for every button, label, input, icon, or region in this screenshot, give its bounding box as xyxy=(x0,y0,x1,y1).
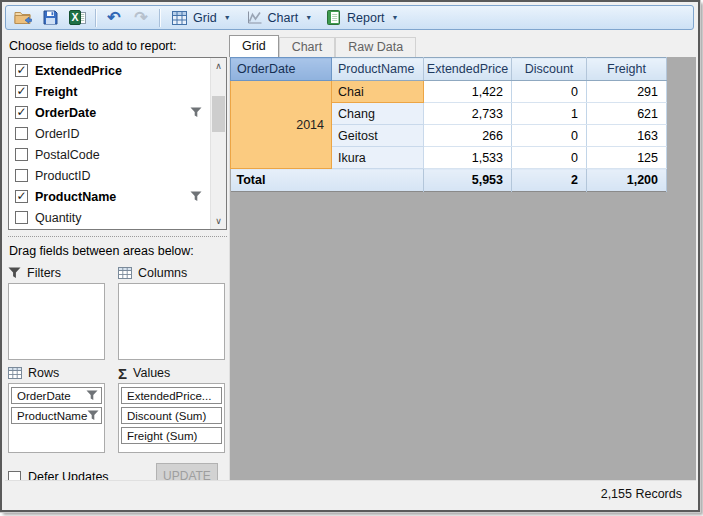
field-label: Freight xyxy=(35,85,77,99)
save-icon xyxy=(43,10,58,25)
screenshot-stage: X ↶ ↷ Grid ▼ xyxy=(0,0,703,516)
column-header-discount[interactable]: Discount xyxy=(512,58,587,81)
values-drop-area[interactable]: ExtendedPrice...Discount (Sum)Freight (S… xyxy=(118,383,225,453)
filters-drop-area[interactable] xyxy=(8,283,105,360)
tab-raw-data[interactable]: Raw Data xyxy=(335,37,416,57)
field-label: ExtendedPrice xyxy=(35,64,122,78)
product-cell[interactable]: Geitost xyxy=(332,125,424,147)
field-list-item[interactable]: Region xyxy=(9,228,209,230)
field-chip[interactable]: Freight (Sum) xyxy=(121,427,222,444)
field-label: ProductID xyxy=(35,169,91,183)
report-menu-label: Report xyxy=(347,11,385,25)
chart-menu-label: Chart xyxy=(268,11,299,25)
filter-icon[interactable] xyxy=(190,191,202,202)
pivot-grid-panel: OrderDateProductNameExtendedPriceDiscoun… xyxy=(229,57,696,481)
scroll-down-button[interactable]: ∨ xyxy=(211,213,226,229)
field-checkbox[interactable] xyxy=(15,148,28,161)
view-tabs: Grid Chart Raw Data xyxy=(229,35,416,57)
scroll-up-button[interactable]: ∧ xyxy=(211,58,226,74)
row-group-cell[interactable]: 2014 xyxy=(231,81,332,169)
toolbar: X ↶ ↷ Grid ▼ xyxy=(5,5,694,30)
field-checkbox[interactable]: ✓ xyxy=(15,64,28,77)
field-label: Quantity xyxy=(35,211,82,225)
filter-icon xyxy=(8,267,21,279)
pivot-table: OrderDateProductNameExtendedPriceDiscoun… xyxy=(230,57,667,192)
field-checkbox[interactable] xyxy=(15,211,28,224)
filter-icon[interactable] xyxy=(87,410,99,421)
redo-icon: ↷ xyxy=(134,9,147,27)
product-cell[interactable]: Chai xyxy=(332,81,424,103)
rows-area-label: Rows xyxy=(28,366,59,380)
status-bar: 2,155 Records xyxy=(5,480,695,507)
excel-icon: X xyxy=(69,10,86,25)
column-header-extendedprice[interactable]: ExtendedPrice xyxy=(424,58,512,81)
toolbar-separator xyxy=(95,9,96,27)
field-list-item[interactable]: ✓Freight xyxy=(9,81,209,102)
drag-areas-title: Drag fields between areas below: xyxy=(9,244,227,258)
value-cell: 163 xyxy=(587,125,667,147)
field-list-item[interactable]: ✓ExtendedPrice xyxy=(9,60,209,81)
grid-icon xyxy=(172,11,187,25)
chart-menu-button[interactable]: Chart ▼ xyxy=(241,7,318,28)
value-cell: 0 xyxy=(512,125,587,147)
column-header-freight[interactable]: Freight xyxy=(587,58,667,81)
field-label: OrderDate xyxy=(35,106,96,120)
field-list-item[interactable]: PostalCode xyxy=(9,144,209,165)
field-chip-label: Freight (Sum) xyxy=(127,430,197,442)
tab-grid[interactable]: Grid xyxy=(229,35,279,57)
scroll-thumb[interactable] xyxy=(212,96,225,132)
filter-icon[interactable] xyxy=(190,107,202,118)
total-row: Total5,95321,200 xyxy=(231,169,667,192)
field-list-item[interactable]: ProductID xyxy=(9,165,209,186)
column-header-productname[interactable]: ProductName xyxy=(332,58,424,81)
field-checkbox[interactable] xyxy=(15,169,28,182)
total-label-cell: Total xyxy=(231,169,424,192)
value-cell: 621 xyxy=(587,103,667,125)
field-checkbox[interactable]: ✓ xyxy=(15,85,28,98)
product-cell[interactable]: Ikura xyxy=(332,147,424,169)
chevron-down-icon: ▼ xyxy=(224,14,231,21)
export-excel-button[interactable]: X xyxy=(66,7,88,28)
svg-text:X: X xyxy=(71,11,78,23)
field-checkbox[interactable] xyxy=(15,127,28,140)
field-label: ProductName xyxy=(35,190,116,204)
field-chip-label: ProductName xyxy=(17,410,87,422)
field-list-scrollbar[interactable]: ∧ ∨ xyxy=(210,58,226,229)
toolbar-separator xyxy=(159,9,160,27)
filter-icon[interactable] xyxy=(86,390,98,401)
value-cell: 1,422 xyxy=(424,81,512,103)
field-checkbox[interactable]: ✓ xyxy=(15,190,28,203)
field-chip[interactable]: Discount (Sum) xyxy=(121,407,222,424)
column-header-orderdate[interactable]: OrderDate xyxy=(231,58,332,81)
columns-drop-area[interactable] xyxy=(118,283,225,360)
field-chip[interactable]: ProductName xyxy=(11,407,102,424)
field-list-items: ✓ExtendedPrice✓Freight✓OrderDateOrderIDP… xyxy=(9,60,209,230)
pivot-header-row: OrderDateProductNameExtendedPriceDiscoun… xyxy=(231,58,667,81)
columns-area-header: Columns xyxy=(118,263,225,283)
value-cell: 0 xyxy=(512,81,587,103)
grid-menu-button[interactable]: Grid ▼ xyxy=(167,7,236,28)
value-cell: 125 xyxy=(587,147,667,169)
field-list-item[interactable]: OrderID xyxy=(9,123,209,144)
value-cell: 1,533 xyxy=(424,147,512,169)
grid-menu-label: Grid xyxy=(193,11,217,25)
rows-area-header: Rows xyxy=(8,363,105,383)
field-chip[interactable]: ExtendedPrice... xyxy=(121,387,222,404)
report-menu-button[interactable]: Report ▼ xyxy=(322,7,403,28)
field-list-item[interactable]: Quantity xyxy=(9,207,209,228)
value-cell: 266 xyxy=(424,125,512,147)
rows-drop-area[interactable]: OrderDateProductName xyxy=(8,383,105,453)
field-checkbox[interactable]: ✓ xyxy=(15,106,28,119)
product-cell[interactable]: Chang xyxy=(332,103,424,125)
filters-area-label: Filters xyxy=(27,266,61,280)
field-list-item[interactable]: ✓OrderDate xyxy=(9,102,209,123)
field-list-item[interactable]: ✓ProductName xyxy=(9,186,209,207)
open-button[interactable] xyxy=(12,7,34,28)
redo-button[interactable]: ↷ xyxy=(130,7,152,28)
tab-chart[interactable]: Chart xyxy=(279,37,336,57)
sigma-icon: Σ xyxy=(118,366,127,381)
save-button[interactable] xyxy=(39,7,61,28)
field-chip[interactable]: OrderDate xyxy=(11,387,102,404)
chevron-down-icon: ▼ xyxy=(305,14,312,21)
undo-button[interactable]: ↶ xyxy=(103,7,125,28)
